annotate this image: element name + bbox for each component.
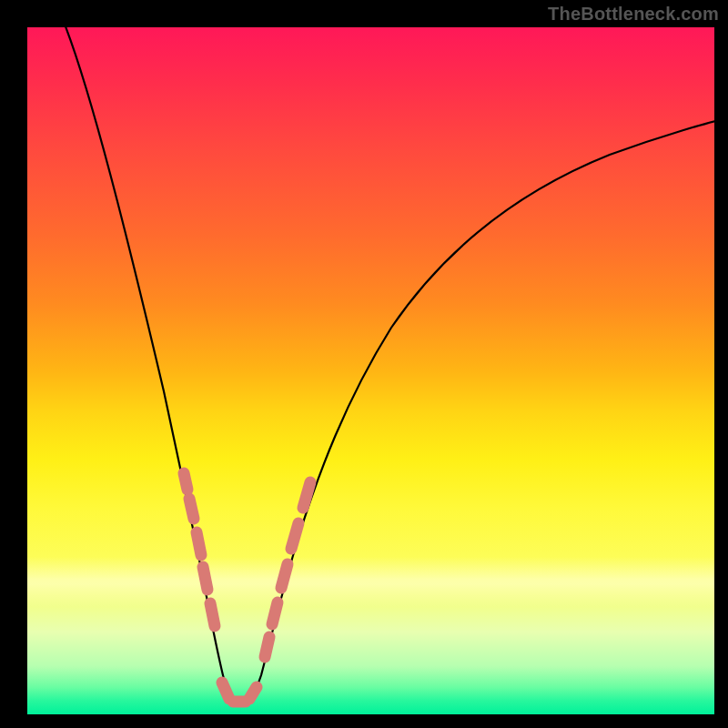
chart-stage: TheBottleneck.com bbox=[0, 0, 728, 728]
watermark-text: TheBottleneck.com bbox=[548, 4, 719, 25]
curve-svg bbox=[27, 27, 714, 714]
plot-area bbox=[27, 27, 714, 714]
valley-clump bbox=[222, 682, 257, 702]
v-curve bbox=[64, 27, 714, 703]
left-arm-clump bbox=[184, 473, 215, 626]
